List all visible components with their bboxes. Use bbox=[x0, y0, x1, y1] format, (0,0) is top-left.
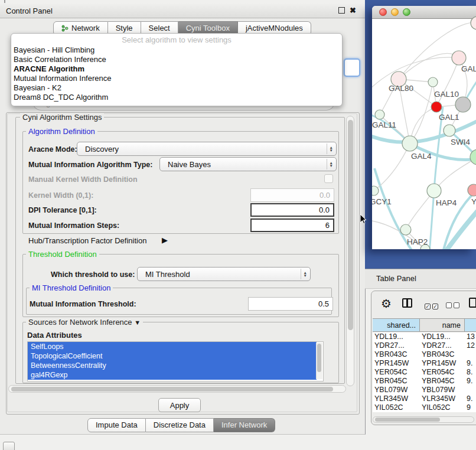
tab-impute-data[interactable]: Impute Data bbox=[87, 418, 146, 432]
table-row[interactable]: YBR043CYBR043C bbox=[373, 350, 476, 359]
hub-section-label: Hub/Transcription Factor Definition bbox=[28, 236, 146, 245]
algorithm-definition-legend: Algorithm Definition bbox=[26, 127, 97, 136]
settings-vertical-scrollbar[interactable] bbox=[346, 116, 354, 386]
network-edge[interactable] bbox=[372, 57, 459, 90]
hide-columns-icon[interactable] bbox=[446, 300, 461, 311]
table-cell: YER054C bbox=[374, 368, 420, 377]
algorithm-option-dream8-dc-tdc-algorithm[interactable]: Dream8 DC_TDC Algorithm bbox=[11, 93, 342, 102]
manual-kernel-checkbox[interactable] bbox=[324, 174, 333, 183]
data-attributes-list[interactable]: SelfLoopsTopologicalCoefficientBetweenne… bbox=[27, 341, 324, 381]
algorithm-option-basic-correlation-inference[interactable]: Basic Correlation Inference bbox=[11, 55, 342, 64]
table-cell: YBL079W bbox=[374, 386, 420, 394]
control-panel-titlebar bbox=[0, 3, 365, 18]
settings-horizontal-thumb[interactable] bbox=[11, 387, 333, 392]
network-node[interactable] bbox=[455, 97, 471, 112]
zoom-traffic-light-icon[interactable] bbox=[403, 8, 410, 16]
network-node-hap2[interactable] bbox=[400, 224, 411, 235]
node-label-gcy1: GCY1 bbox=[372, 197, 392, 206]
aracne-mode-select[interactable]: Discovery ▲▼ bbox=[77, 142, 337, 156]
column-header-partial[interactable] bbox=[465, 318, 476, 332]
which-threshold-label: Which threshold to use: bbox=[51, 270, 135, 279]
table-horizontal-thumb[interactable] bbox=[375, 418, 440, 422]
algorithm-option-mutual-information-inference[interactable]: Mutual Information Inference bbox=[11, 74, 342, 83]
export-table-icon[interactable] bbox=[469, 298, 476, 308]
mouse-cursor bbox=[360, 214, 367, 225]
columns-icon[interactable] bbox=[402, 298, 412, 308]
table-horizontal-scrollbar[interactable] bbox=[373, 416, 474, 423]
node-label-gal10: GAL10 bbox=[434, 90, 459, 99]
table-row[interactable]: YLR345WYLR345W9. bbox=[373, 394, 476, 403]
float-icon[interactable] bbox=[338, 7, 345, 14]
tab-label: Cyni Toolbox bbox=[186, 24, 230, 32]
mi-type-select[interactable]: Naive Bayes ▲▼ bbox=[159, 157, 337, 171]
mi-steps-field[interactable]: 6 bbox=[250, 219, 334, 232]
table-row[interactable]: YDR27...YDR27...12 bbox=[373, 341, 476, 350]
table-cell: YBR045C bbox=[374, 377, 420, 386]
table-row[interactable]: YDL19...YDL19...13 bbox=[373, 332, 476, 341]
network-window-titlebar[interactable] bbox=[372, 6, 476, 19]
column-header-name[interactable]: name bbox=[420, 318, 465, 332]
table-panel-window: ⚙ ✓✓ shared... name YDL19...YDL19...13YD… bbox=[371, 291, 476, 425]
network-node-gal11[interactable] bbox=[375, 110, 384, 119]
dpi-tolerance-field[interactable]: 0.0 bbox=[250, 203, 334, 217]
network-node-swi4[interactable] bbox=[444, 125, 455, 136]
algorithm-option-aracne-algorithm[interactable]: ARACNE Algorithm bbox=[11, 64, 342, 74]
dropdown-placeholder: Select algorithm to view settings bbox=[11, 35, 342, 45]
mini-corner-button[interactable] bbox=[3, 442, 15, 450]
table-cell bbox=[467, 350, 476, 359]
tab-label: Style bbox=[116, 24, 133, 32]
mi-threshold-field[interactable]: 0.5 bbox=[248, 297, 333, 311]
tab-infer-network[interactable]: Infer Network bbox=[214, 418, 275, 432]
settings-horizontal-scrollbar[interactable] bbox=[8, 385, 346, 393]
table-row[interactable]: YPR145WYPR145W9. bbox=[373, 359, 476, 368]
network-node-gal10[interactable] bbox=[428, 77, 438, 87]
list-scrollbar-thumb[interactable] bbox=[317, 344, 321, 372]
combo-arrows-icon: ▲▼ bbox=[327, 144, 333, 154]
which-threshold-select[interactable]: MI Threshold ▲▼ bbox=[137, 267, 311, 281]
table-row[interactable]: YBL079WYBL079W bbox=[373, 386, 476, 394]
network-node-gcy1[interactable] bbox=[372, 186, 379, 195]
minimize-traffic-light-icon[interactable] bbox=[391, 8, 399, 16]
table-cell: YLR345W bbox=[422, 394, 465, 403]
network-edge[interactable] bbox=[429, 191, 434, 249]
node-label-gal1: GAL1 bbox=[439, 113, 459, 122]
focused-combo-fragment[interactable] bbox=[344, 58, 360, 77]
node-label-gal11: GAL11 bbox=[372, 120, 396, 129]
attribute-item-selfloops[interactable]: SelfLoops bbox=[28, 342, 317, 351]
close-icon[interactable]: ✖ bbox=[350, 6, 356, 15]
network-node-y[interactable] bbox=[468, 184, 476, 196]
settings-vertical-thumb[interactable] bbox=[348, 120, 353, 330]
algorithm-option-bayesian-k2[interactable]: Bayesian - K2 bbox=[11, 83, 342, 93]
show-columns-icon[interactable]: ✓✓ bbox=[425, 300, 440, 311]
network-node-gal[interactable] bbox=[452, 51, 466, 65]
column-header-shared[interactable]: shared... bbox=[373, 318, 420, 332]
table-row[interactable]: YIL052CYIL052C9 bbox=[373, 403, 476, 412]
network-node-gal1[interactable] bbox=[431, 102, 442, 112]
network-node-hap4[interactable] bbox=[427, 184, 441, 198]
table-row[interactable]: YER054CYER054C8. bbox=[373, 368, 476, 377]
kernel-width-field[interactable]: 0.0 bbox=[250, 188, 334, 202]
expand-arrow-icon[interactable]: ▶ bbox=[162, 236, 168, 244]
tab-discretize-data[interactable]: Discretize Data bbox=[146, 418, 214, 432]
attribute-item-gal4rgexp[interactable]: gal4RGexp bbox=[28, 370, 317, 380]
table-cell: 13 bbox=[467, 332, 476, 341]
table-row[interactable]: YBR045CYBR045C9. bbox=[373, 377, 476, 386]
tab-label: jActiveMNodules bbox=[246, 24, 303, 32]
table-cell: YBR043C bbox=[422, 350, 465, 359]
collapse-arrow-icon[interactable]: ▼ bbox=[134, 319, 141, 326]
network-node-gal4[interactable] bbox=[402, 136, 418, 151]
network-graph[interactable]: GALGAL80GAL10GAL1GAL11SWI4GAL4GCY1HAP4YH… bbox=[372, 19, 476, 249]
list-scrollbar[interactable] bbox=[316, 343, 322, 379]
algorithm-option-bayesian-hill-climbing[interactable]: Bayesian - Hill Climbing bbox=[11, 45, 342, 55]
network-edge[interactable] bbox=[436, 58, 459, 107]
attribute-item-topologicalcoefficient[interactable]: TopologicalCoefficient bbox=[28, 351, 317, 361]
sources-legend: Sources for Network Inference ▼ bbox=[26, 318, 143, 327]
network-view-window: GALGAL80GAL10GAL1GAL11SWI4GAL4GCY1HAP4YH… bbox=[372, 6, 476, 249]
table-cell: YLR345W bbox=[374, 394, 420, 403]
apply-button[interactable]: Apply bbox=[158, 398, 201, 412]
network-tab-icon bbox=[61, 25, 69, 32]
aracne-mode-label: Aracne Mode: bbox=[28, 145, 77, 154]
close-traffic-light-icon[interactable] bbox=[379, 8, 387, 16]
attribute-item-betweennesscentrality[interactable]: BetweennessCentrality bbox=[28, 361, 317, 370]
gear-icon[interactable]: ⚙ bbox=[381, 296, 392, 311]
